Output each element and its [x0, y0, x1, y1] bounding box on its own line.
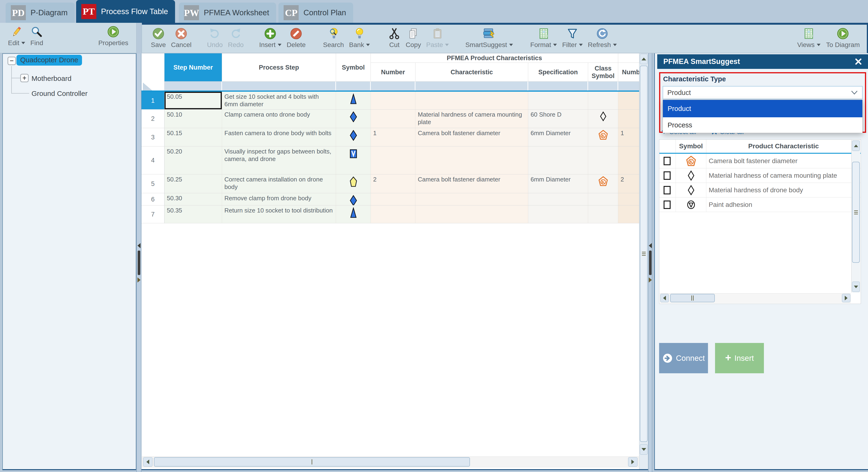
row-number-cell[interactable]: 1 [142, 92, 164, 109]
tab-process-flow-table[interactable]: PT Process Flow Table [76, 0, 175, 23]
second-number-cell[interactable] [618, 92, 639, 109]
list-item[interactable]: KCamera bolt fastener diameter [659, 154, 861, 168]
row-number-cell[interactable]: 5 [142, 174, 164, 193]
list-item[interactable]: Material hardness of drone body [659, 183, 861, 198]
characteristic-number-cell[interactable]: 1 [371, 128, 415, 146]
step-number-cell[interactable]: 50.35 [164, 205, 222, 223]
specification-cell[interactable] [528, 205, 588, 223]
toolbar-button-properties[interactable]: Properties [98, 23, 128, 53]
characteristic-number-cell[interactable] [371, 110, 415, 128]
symbol-cell[interactable] [336, 174, 371, 193]
row-checkbox[interactable] [663, 157, 671, 165]
row-number-cell[interactable]: 7 [142, 205, 164, 223]
characteristic-number-cell[interactable] [371, 205, 415, 223]
characteristic-cell[interactable] [415, 146, 528, 174]
specification-cell[interactable] [528, 193, 588, 205]
row-number-cell[interactable]: 6 [142, 193, 164, 205]
column-header-number-2[interactable]: Number [618, 63, 639, 82]
tab-p-diagram[interactable]: PD P-Diagram [6, 3, 75, 23]
insert-button[interactable]: + Insert [715, 343, 764, 373]
class-symbol-cell[interactable]: K [588, 174, 618, 193]
toolbar-button-undo[interactable]: Undo [207, 25, 223, 53]
second-number-cell[interactable] [618, 193, 639, 205]
specification-cell[interactable] [528, 146, 588, 174]
toolbar-button-insert[interactable]: Insert [259, 25, 281, 53]
toolbar-button-cancel[interactable]: Cancel [171, 25, 191, 53]
column-header-step-number[interactable]: Step Number [164, 53, 222, 82]
splitter-grip[interactable] [138, 250, 140, 275]
process-step-cell[interactable]: Get size 10 socket and 4 bolts with 6mm … [222, 92, 336, 109]
tab-pfmea-worksheet[interactable]: PW PFMEA Worksheet [179, 3, 276, 23]
specification-cell[interactable]: 6mm Diameter [528, 174, 588, 193]
row-checkbox[interactable] [663, 171, 671, 180]
symbol-cell[interactable] [336, 128, 371, 146]
toolbar-button-to-diagram[interactable]: To Diagram [826, 25, 860, 53]
horizontal-scroll-thumb[interactable] [154, 457, 470, 467]
specification-cell[interactable]: 60 Shore D [528, 110, 588, 128]
toolbar-button-smartsuggest[interactable]: SmartSuggest [465, 25, 513, 53]
close-icon[interactable] [855, 58, 862, 65]
toolbar-button-copy[interactable]: Copy [406, 25, 421, 53]
splitter-collapse-left-icon[interactable] [649, 243, 652, 248]
characteristic-cell[interactable] [415, 205, 528, 223]
second-number-cell[interactable] [618, 205, 639, 223]
toolbar-button-format[interactable]: Format [530, 25, 557, 53]
class-symbol-cell[interactable] [588, 92, 618, 109]
characteristic-number-cell[interactable] [371, 193, 415, 205]
toolbar-button-refresh[interactable]: Refresh [588, 25, 617, 53]
row-checkbox[interactable] [663, 201, 671, 209]
class-symbol-cell[interactable] [588, 110, 618, 128]
step-number-cell[interactable]: 50.15 [164, 128, 222, 146]
dropdown-option-product[interactable]: Product [663, 100, 862, 117]
list-item[interactable]: Material hardness of camera mounting pla… [659, 168, 861, 183]
process-step-cell[interactable]: Visually inspect for gaps between bolts,… [222, 146, 336, 174]
process-step-cell[interactable]: Clamp camera onto drone body [222, 110, 336, 128]
row-number-cell[interactable]: 2 [142, 110, 164, 128]
step-number-cell[interactable]: 50.25 [164, 174, 222, 193]
class-symbol-cell[interactable]: K [588, 128, 618, 146]
symbol-cell[interactable] [336, 205, 371, 223]
toolbar-button-cut[interactable]: Cut [388, 25, 400, 53]
column-header-characteristic[interactable]: Characteristic [415, 63, 528, 82]
second-number-cell[interactable]: 2 [618, 174, 639, 193]
column-header-number[interactable]: Number [371, 63, 415, 82]
list-horizontal-scrollbar[interactable] [660, 293, 851, 303]
process-step-cell[interactable]: Return size 10 socket to tool distributi… [222, 205, 336, 223]
tree-item-quadcopter-drone[interactable]: Quadcopter Drone [17, 55, 82, 66]
class-symbol-cell[interactable] [588, 205, 618, 223]
symbol-cell[interactable] [336, 193, 371, 205]
tree-expander-quadcopter-drone[interactable]: − [7, 57, 16, 65]
characteristic-cell[interactable] [415, 92, 528, 109]
horizontal-scroll-thumb[interactable] [670, 294, 715, 302]
symbol-cell[interactable] [336, 92, 371, 109]
list-item[interactable]: Paint adhesion [659, 198, 861, 212]
second-number-cell[interactable] [618, 146, 639, 174]
table-horizontal-scrollbar[interactable] [142, 456, 639, 467]
column-header-specification[interactable]: Specification [528, 63, 588, 82]
column-header-process-step[interactable]: Process Step [222, 53, 336, 82]
toolbar-button-find[interactable]: Find [30, 23, 43, 53]
class-symbol-cell[interactable] [588, 193, 618, 205]
scroll-up-button[interactable] [852, 141, 860, 151]
scroll-down-button[interactable] [852, 282, 860, 292]
splitter-grip[interactable] [649, 250, 652, 275]
scroll-down-button[interactable] [640, 444, 648, 454]
characteristic-cell[interactable]: Camera bolt fastener diameter [415, 128, 528, 146]
specification-cell[interactable]: 6mm Diameter [528, 128, 588, 146]
step-number-cell[interactable]: 50.30 [164, 193, 222, 205]
row-checkbox[interactable] [663, 186, 671, 195]
splitter-collapse-left-icon[interactable] [137, 243, 141, 248]
product-characteristic-column-header[interactable]: Product Characteristic [706, 140, 861, 153]
sidebar-splitter[interactable] [136, 53, 142, 472]
toolbar-button-search[interactable]: Search [323, 25, 344, 53]
splitter-expand-right-icon[interactable] [649, 277, 652, 283]
scroll-up-button[interactable] [640, 54, 648, 64]
row-number-cell[interactable]: 3 [142, 128, 164, 146]
toolbar-button-views[interactable]: Views [797, 25, 820, 53]
panel-splitter[interactable] [648, 53, 652, 472]
second-number-cell[interactable]: 1 [618, 128, 639, 146]
symbol-cell[interactable] [336, 110, 371, 128]
tree-item-motherboard[interactable]: Motherboard [31, 75, 71, 83]
step-number-cell[interactable]: 50.20 [164, 146, 222, 174]
column-header-symbol[interactable]: Symbol [336, 53, 371, 82]
